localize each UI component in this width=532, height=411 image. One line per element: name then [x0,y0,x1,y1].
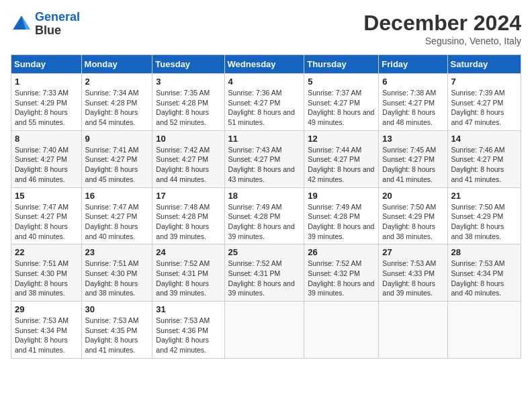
calendar-cell: 18 Sunrise: 7:49 AMSunset: 4:28 PMDaylig… [224,187,304,244]
day-number: 30 [85,304,149,314]
day-number: 26 [308,247,375,257]
day-info: Sunrise: 7:53 AMSunset: 4:36 PMDaylight:… [156,316,220,355]
day-info: Sunrise: 7:50 AMSunset: 4:29 PMDaylight:… [382,202,443,242]
day-number: 17 [156,191,220,201]
day-number: 13 [382,134,443,144]
day-info: Sunrise: 7:42 AMSunset: 4:27 PMDaylight:… [156,145,220,185]
day-info: Sunrise: 7:50 AMSunset: 4:29 PMDaylight:… [451,202,517,242]
weekday-saturday: Saturday [447,55,521,74]
day-number: 28 [451,247,517,257]
day-number: 19 [308,191,375,201]
day-info: Sunrise: 7:52 AMSunset: 4:31 PMDaylight:… [228,259,301,298]
day-number: 4 [228,77,301,87]
day-info: Sunrise: 7:39 AMSunset: 4:27 PMDaylight:… [451,88,517,128]
calendar-cell: 6 Sunrise: 7:38 AMSunset: 4:27 PMDayligh… [379,74,447,131]
day-info: Sunrise: 7:49 AMSunset: 4:28 PMDaylight:… [308,202,375,242]
day-number: 2 [85,77,149,87]
calendar-cell: 1 Sunrise: 7:33 AMSunset: 4:29 PMDayligh… [11,74,82,131]
day-info: Sunrise: 7:47 AMSunset: 4:27 PMDaylight:… [85,202,149,242]
day-info: Sunrise: 7:53 AMSunset: 4:34 PMDaylight:… [15,316,78,355]
calendar-cell: 19 Sunrise: 7:49 AMSunset: 4:28 PMDaylig… [304,187,379,244]
calendar-cell: 31 Sunrise: 7:53 AMSunset: 4:36 PMDaylig… [152,302,224,359]
day-number: 22 [15,247,78,257]
calendar-cell [224,302,304,359]
calendar-cell: 17 Sunrise: 7:48 AMSunset: 4:28 PMDaylig… [152,187,224,244]
day-info: Sunrise: 7:37 AMSunset: 4:27 PMDaylight:… [308,88,375,128]
calendar-cell: 13 Sunrise: 7:45 AMSunset: 4:27 PMDaylig… [379,130,447,187]
weekday-tuesday: Tuesday [152,55,224,74]
day-number: 25 [228,247,301,257]
calendar-week-5: 29 Sunrise: 7:53 AMSunset: 4:34 PMDaylig… [11,302,521,359]
calendar-cell: 10 Sunrise: 7:42 AMSunset: 4:27 PMDaylig… [152,130,224,187]
day-number: 3 [156,77,220,87]
calendar-cell: 23 Sunrise: 7:51 AMSunset: 4:30 PMDaylig… [81,244,152,302]
day-info: Sunrise: 7:45 AMSunset: 4:27 PMDaylight:… [382,145,443,185]
day-info: Sunrise: 7:48 AMSunset: 4:28 PMDaylight:… [156,202,220,242]
day-info: Sunrise: 7:46 AMSunset: 4:27 PMDaylight:… [451,145,517,185]
day-number: 15 [15,191,78,201]
day-info: Sunrise: 7:47 AMSunset: 4:27 PMDaylight:… [15,202,78,242]
day-info: Sunrise: 7:38 AMSunset: 4:27 PMDaylight:… [382,88,443,128]
calendar-cell: 24 Sunrise: 7:52 AMSunset: 4:31 PMDaylig… [152,244,224,302]
day-number: 8 [15,134,78,144]
calendar-cell: 2 Sunrise: 7:34 AMSunset: 4:28 PMDayligh… [81,74,152,131]
day-number: 20 [382,191,443,201]
day-number: 12 [308,134,375,144]
day-info: Sunrise: 7:33 AMSunset: 4:29 PMDaylight:… [15,88,78,128]
weekday-thursday: Thursday [304,55,379,74]
calendar-cell: 22 Sunrise: 7:51 AMSunset: 4:30 PMDaylig… [11,244,82,302]
calendar-cell: 14 Sunrise: 7:46 AMSunset: 4:27 PMDaylig… [447,130,521,187]
calendar-cell: 20 Sunrise: 7:50 AMSunset: 4:29 PMDaylig… [379,187,447,244]
calendar-table: SundayMondayTuesdayWednesdayThursdayFrid… [11,54,521,359]
calendar-cell: 5 Sunrise: 7:37 AMSunset: 4:27 PMDayligh… [304,74,379,131]
day-info: Sunrise: 7:41 AMSunset: 4:27 PMDaylight:… [85,145,149,185]
calendar-cell: 30 Sunrise: 7:53 AMSunset: 4:35 PMDaylig… [81,302,152,359]
calendar-cell: 4 Sunrise: 7:36 AMSunset: 4:27 PMDayligh… [224,74,304,131]
day-number: 31 [156,304,220,314]
calendar-cell: 12 Sunrise: 7:44 AMSunset: 4:27 PMDaylig… [304,130,379,187]
day-info: Sunrise: 7:44 AMSunset: 4:27 PMDaylight:… [308,145,375,185]
day-number: 10 [156,134,220,144]
logo: General Blue [11,11,80,38]
day-info: Sunrise: 7:53 AMSunset: 4:33 PMDaylight:… [382,259,443,298]
calendar-cell: 29 Sunrise: 7:53 AMSunset: 4:34 PMDaylig… [11,302,82,359]
calendar-cell: 28 Sunrise: 7:53 AMSunset: 4:34 PMDaylig… [447,244,521,302]
calendar-cell [379,302,447,359]
day-number: 6 [382,77,443,87]
calendar-cell: 8 Sunrise: 7:40 AMSunset: 4:27 PMDayligh… [11,130,82,187]
day-number: 29 [15,304,78,314]
day-number: 11 [228,134,301,144]
day-info: Sunrise: 7:51 AMSunset: 4:30 PMDaylight:… [15,259,78,298]
calendar-week-3: 15 Sunrise: 7:47 AMSunset: 4:27 PMDaylig… [11,187,521,244]
day-number: 9 [85,134,149,144]
month-title: December 2024 [363,11,521,36]
calendar-cell: 27 Sunrise: 7:53 AMSunset: 4:33 PMDaylig… [379,244,447,302]
day-info: Sunrise: 7:34 AMSunset: 4:28 PMDaylight:… [85,88,149,128]
weekday-wednesday: Wednesday [224,55,304,74]
logo-text: General Blue [35,11,80,38]
day-number: 24 [156,247,220,257]
day-number: 14 [451,134,517,144]
calendar-week-1: 1 Sunrise: 7:33 AMSunset: 4:29 PMDayligh… [11,74,521,131]
weekday-friday: Friday [379,55,447,74]
calendar-week-4: 22 Sunrise: 7:51 AMSunset: 4:30 PMDaylig… [11,244,521,302]
day-info: Sunrise: 7:40 AMSunset: 4:27 PMDaylight:… [15,145,78,185]
calendar-cell: 11 Sunrise: 7:43 AMSunset: 4:27 PMDaylig… [224,130,304,187]
title-block: December 2024 Segusino, Veneto, Italy [363,11,521,46]
calendar-cell: 16 Sunrise: 7:47 AMSunset: 4:27 PMDaylig… [81,187,152,244]
day-info: Sunrise: 7:53 AMSunset: 4:35 PMDaylight:… [85,316,149,355]
day-info: Sunrise: 7:52 AMSunset: 4:31 PMDaylight:… [156,259,220,298]
calendar-cell: 15 Sunrise: 7:47 AMSunset: 4:27 PMDaylig… [11,187,82,244]
day-number: 23 [85,247,149,257]
day-number: 27 [382,247,443,257]
calendar-week-2: 8 Sunrise: 7:40 AMSunset: 4:27 PMDayligh… [11,130,521,187]
day-info: Sunrise: 7:43 AMSunset: 4:27 PMDaylight:… [228,145,301,185]
calendar-cell: 3 Sunrise: 7:35 AMSunset: 4:28 PMDayligh… [152,74,224,131]
day-number: 16 [85,191,149,201]
day-info: Sunrise: 7:53 AMSunset: 4:34 PMDaylight:… [451,259,517,298]
calendar-cell [447,302,521,359]
day-number: 18 [228,191,301,201]
day-number: 21 [451,191,517,201]
day-info: Sunrise: 7:52 AMSunset: 4:32 PMDaylight:… [308,259,375,298]
day-info: Sunrise: 7:35 AMSunset: 4:28 PMDaylight:… [156,88,220,128]
